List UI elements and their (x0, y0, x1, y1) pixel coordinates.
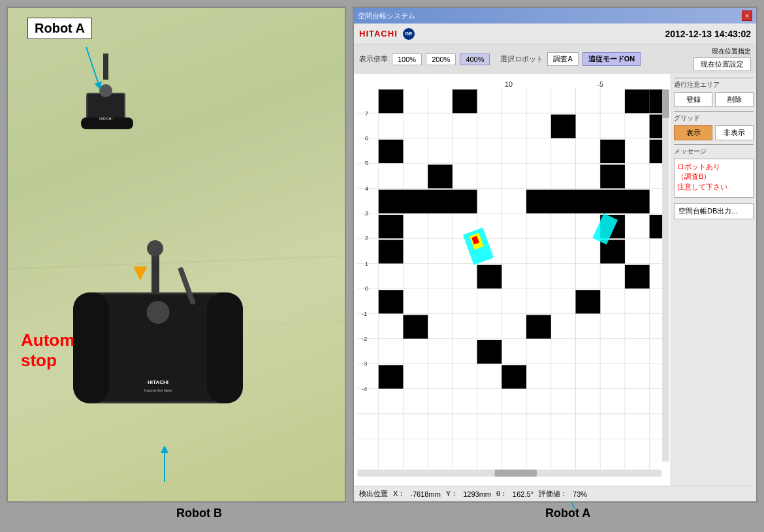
svg-rect-68 (625, 265, 650, 289)
db-export-btn[interactable]: 空間台帳DB出力... (674, 203, 754, 219)
pos-set-btn[interactable]: 現在位置設定 (693, 57, 751, 71)
message-text: ロボットあり（調査B）注意して下さい (677, 163, 727, 191)
svg-text:-5: -5 (597, 80, 603, 88)
status-pos-label: 検出位置 (359, 489, 388, 499)
zoom-label: 表示倍率 (359, 54, 388, 64)
close-button[interactable]: × (742, 10, 752, 21)
zoom-400-btn[interactable]: 400% (460, 54, 490, 65)
follow-mode-btn[interactable]: 追従モードON (582, 52, 641, 66)
svg-rect-53 (551, 115, 576, 138)
titlebar: 空間台帳システム × (354, 8, 756, 23)
delete-btn[interactable]: 削除 (715, 92, 754, 107)
robot-select-btn[interactable]: 調査A (547, 52, 578, 66)
grid-btns: 表示 非表示 (674, 125, 754, 140)
main-content: 10 -5 7 6 5 4 3 2 1 0 -1 -2 -3 -4 (354, 74, 756, 489)
robot-b-image: HITACHI Inspire the Next (34, 240, 282, 462)
caution-area-btns: 登録 削除 (674, 92, 754, 107)
ge-logo: GE (403, 28, 415, 40)
status-eval-val: 73% (573, 490, 587, 498)
grid-label: グリッド (674, 111, 754, 123)
status-y-val: 1293mm (463, 490, 491, 498)
svg-rect-62 (379, 215, 404, 238)
message-box: ロボットあり（調査B）注意して下さい (674, 159, 754, 198)
svg-rect-73 (477, 340, 502, 364)
svg-rect-61 (526, 190, 650, 213)
svg-text:-2: -2 (362, 335, 368, 342)
svg-rect-59 (600, 164, 625, 188)
grid-hide-btn[interactable]: 非表示 (715, 125, 754, 140)
svg-rect-80 (662, 89, 669, 462)
svg-rect-50 (453, 89, 477, 113)
controls-row: 表示倍率 100% 200% 400% 選択ロボット 調査A 追従モードON 現… (354, 44, 756, 74)
robot-select-label: 選択ロボット (500, 54, 543, 64)
robot-a-arrow (60, 44, 112, 96)
right-panel: 通行注意エリア 登録 削除 グリッド 表示 非表示 メッセージ ロボットあり（調… (671, 74, 756, 489)
datetime-display: 2012-12-13 14:43:02 (665, 29, 751, 39)
svg-rect-65 (379, 240, 404, 263)
status-theta-val: 162.5° (513, 490, 533, 498)
zoom-200-btn[interactable]: 200% (426, 54, 456, 65)
caution-area-label: 通行注意エリア (674, 78, 754, 89)
svg-rect-56 (600, 140, 625, 163)
svg-text:0: 0 (365, 285, 369, 292)
photo-area: Robot A HITACHI ▼ Automaticstop (7, 7, 346, 503)
svg-text:4: 4 (365, 185, 369, 192)
zoom-100-btn[interactable]: 100% (392, 54, 422, 65)
pos-set-label: 現在位置指定 (712, 47, 751, 56)
svg-text:6: 6 (365, 134, 368, 142)
svg-rect-70 (576, 290, 601, 313)
toolbar-row1: HITACHI GE 2012-12-13 14:43:02 (354, 23, 756, 44)
register-btn[interactable]: 登録 (674, 92, 712, 107)
svg-text:3: 3 (365, 210, 368, 217)
robot-a-bottom-label: Robot A (545, 507, 590, 520)
message-label: メッセージ (674, 144, 754, 156)
robot-b-bottom-label: Robot B (176, 507, 222, 520)
grid-show-btn[interactable]: 表示 (674, 125, 712, 140)
svg-rect-74 (379, 365, 404, 388)
svg-text:2: 2 (365, 234, 368, 242)
map-svg: 10 -5 7 6 5 4 3 2 1 0 -1 -2 -3 -4 (354, 74, 671, 489)
svg-rect-67 (477, 265, 502, 289)
window-title: 空間台帳システム (358, 11, 742, 21)
status-eval-label: 評価値： (539, 489, 567, 499)
svg-rect-55 (379, 140, 404, 163)
status-y-label: Y： (446, 489, 458, 499)
svg-rect-58 (428, 164, 453, 188)
map-area: 10 -5 7 6 5 4 3 2 1 0 -1 -2 -3 -4 (354, 74, 671, 489)
svg-text:1: 1 (365, 260, 368, 267)
svg-line-3 (86, 47, 99, 86)
svg-rect-49 (379, 89, 404, 113)
svg-text:7: 7 (365, 110, 368, 117)
svg-text:-3: -3 (362, 360, 368, 367)
status-x-val: -7618mm (410, 490, 440, 498)
svg-rect-72 (526, 315, 551, 339)
svg-rect-81 (662, 89, 669, 118)
svg-rect-71 (403, 315, 428, 339)
status-x-label: X： (393, 489, 405, 499)
svg-text:10: 10 (505, 80, 513, 88)
svg-rect-69 (379, 290, 404, 313)
statusbar: 検出位置 X： -7618mm Y： 1293mm θ： 162.5° 評価値：… (354, 486, 756, 501)
robot-a-label-top: Robot A (27, 18, 92, 39)
svg-text:5: 5 (365, 159, 369, 166)
svg-text:-4: -4 (362, 385, 368, 392)
hitachi-logo: HITACHI (359, 29, 398, 39)
svg-rect-8 (354, 74, 671, 489)
svg-rect-51 (625, 89, 650, 113)
svg-text:-1: -1 (362, 310, 368, 317)
svg-rect-60 (379, 190, 477, 213)
svg-rect-75 (501, 365, 526, 388)
software-window: 空間台帳システム × HITACHI GE 2012-12-13 14:43:0… (353, 7, 757, 503)
robot-b-bottom-arrow (138, 446, 191, 485)
status-theta-label: θ： (496, 489, 507, 499)
svg-rect-83 (495, 469, 537, 477)
